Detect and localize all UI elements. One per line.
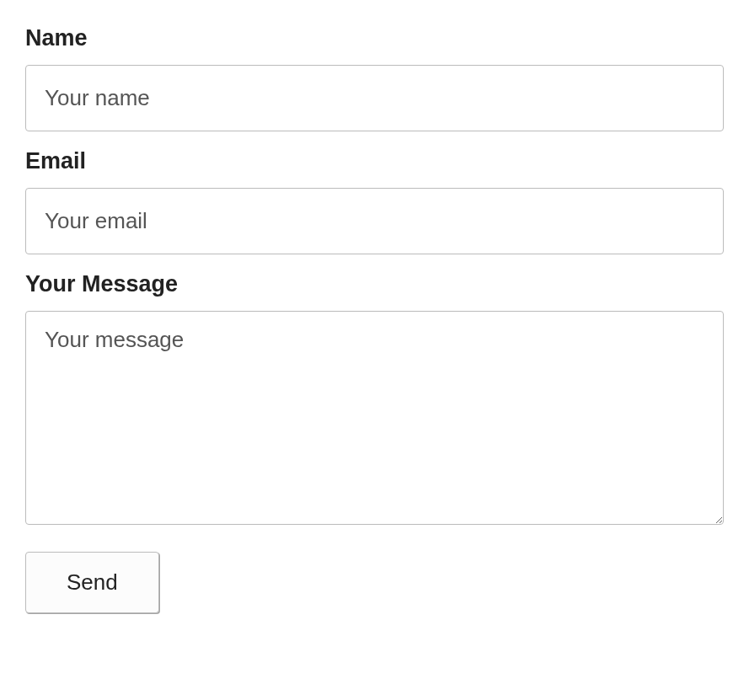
message-textarea[interactable] [25, 311, 724, 525]
send-button[interactable]: Send [25, 552, 159, 613]
name-label: Name [25, 25, 724, 51]
contact-form: Name Email Your Message Send [25, 25, 724, 613]
email-label: Email [25, 148, 724, 174]
message-label: Your Message [25, 271, 724, 297]
name-field-group: Name [25, 25, 724, 131]
email-input[interactable] [25, 188, 724, 254]
name-input[interactable] [25, 65, 724, 131]
email-field-group: Email [25, 148, 724, 254]
message-field-group: Your Message [25, 271, 724, 528]
